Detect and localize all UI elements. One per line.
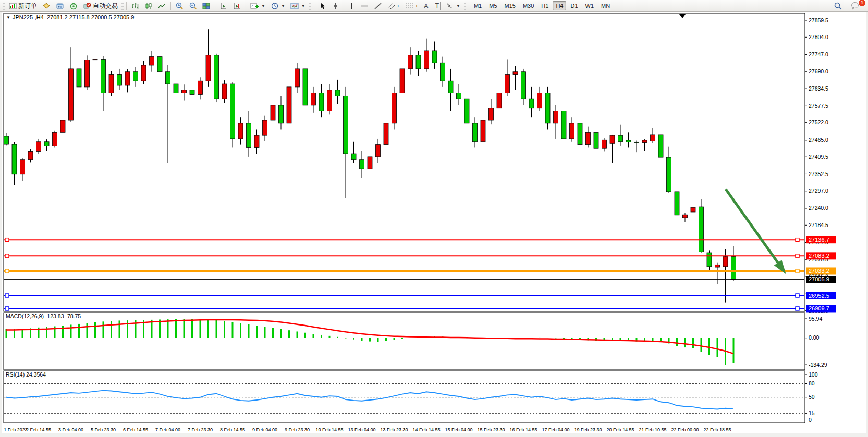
main-price-pane[interactable] (4, 13, 805, 311)
candle-body (174, 84, 178, 93)
data-window-button[interactable] (53, 1, 67, 11)
toolbar-grip[interactable] (121, 2, 124, 10)
toolbar-grip[interactable] (309, 2, 311, 10)
notifications-button[interactable]: 1 (848, 1, 863, 11)
toolbar-grip[interactable] (464, 2, 466, 10)
candle-body (327, 90, 332, 111)
chart-end-icon (233, 2, 241, 10)
candle-body (376, 145, 381, 157)
candle-body (238, 123, 243, 139)
candle-body (4, 136, 9, 144)
price-line-tag-label: 27136.7 (809, 236, 829, 243)
zoom-out-button[interactable] (186, 1, 200, 11)
time-axis-label: 3 Feb 04:00 (58, 427, 83, 432)
candle-body (28, 151, 33, 159)
tab-timeframe-M1[interactable]: M1 (471, 1, 485, 10)
candle-body (432, 51, 437, 63)
chart-canvas[interactable]: 27859.527804.027747.027690.027634.527577… (0, 0, 868, 437)
zoom-in-button[interactable] (173, 1, 186, 11)
clock-icon (271, 2, 279, 10)
market-watch-icon (42, 2, 51, 10)
rsi-axis-tick-label: 50 (809, 394, 815, 400)
signal-icon (69, 2, 78, 10)
market-watch-button[interactable] (40, 1, 53, 11)
candle-body (505, 75, 510, 93)
channel-tool-button[interactable]: E (385, 1, 403, 11)
line-anchor-handle[interactable] (796, 254, 799, 258)
price-line-tag-label: 27005.9 (809, 276, 829, 282)
candle-body (93, 59, 97, 60)
new-chart-button[interactable]: ▼ (248, 1, 268, 11)
candle-body (263, 120, 267, 135)
line-anchor-handle[interactable] (5, 294, 9, 297)
line-anchor-handle[interactable] (5, 238, 9, 242)
arrow-shapes-icon (446, 2, 454, 10)
line-anchor-handle[interactable] (5, 254, 9, 258)
fibonacci-tool-button[interactable]: F (403, 1, 421, 11)
search-button[interactable] (831, 1, 845, 11)
time-axis-label: 8 Feb 14:55 (220, 427, 245, 432)
bar-chart-mode-button[interactable] (128, 1, 142, 11)
tile-windows-button[interactable] (200, 1, 213, 11)
line-chart-icon (158, 2, 166, 10)
line-chart-mode-button[interactable] (155, 1, 169, 11)
chart-forward-icon (219, 2, 228, 10)
auto-trading-label: 自动交易 (93, 2, 118, 10)
price-axis-tick-label: 27804.0 (809, 34, 828, 40)
tab-timeframe-M5[interactable]: M5 (486, 1, 500, 10)
crosshair-tool-button[interactable] (329, 1, 342, 11)
candle-body (12, 144, 17, 174)
time-axis-label: 13 Feb 04:00 (348, 427, 375, 432)
candle-body (77, 69, 81, 87)
chart-title: ▼JPN225-,H4 27081.2 27115.8 27000.5 2700… (6, 14, 134, 20)
rsi-pane[interactable] (4, 371, 805, 423)
line-anchor-handle[interactable] (796, 294, 799, 297)
candle-body (222, 84, 227, 99)
signal-button[interactable] (67, 1, 80, 11)
tab-timeframe-W1[interactable]: W1 (582, 1, 597, 10)
candlestick-mode-button[interactable] (142, 1, 155, 11)
chart-end-button[interactable] (230, 1, 244, 11)
hline-tool-button[interactable] (358, 1, 371, 11)
candle-body (473, 123, 478, 142)
line-anchor-handle[interactable] (5, 307, 9, 310)
price-axis-tick-label: 27634.5 (809, 85, 828, 92)
tab-timeframe-M15[interactable]: M15 (502, 1, 519, 10)
trendline-icon (374, 2, 382, 10)
line-anchor-handle[interactable] (5, 269, 9, 273)
tab-timeframe-H4[interactable]: H4 (553, 1, 566, 10)
chart-forward-button[interactable] (217, 1, 230, 11)
candle-body (101, 59, 106, 93)
price-axis-tick-label: 27409.5 (809, 154, 828, 160)
templates-button[interactable]: ▼ (288, 1, 308, 11)
line-anchor-handle[interactable] (796, 238, 799, 242)
vline-tool-button[interactable] (346, 1, 358, 11)
auto-trading-button[interactable]: 自动交易 (80, 1, 120, 11)
symbol-period-label: JPN225-,H4 (13, 14, 44, 20)
symbol-dropdown-icon[interactable]: ▼ (6, 15, 10, 20)
candle-body (109, 75, 114, 93)
periods-button[interactable]: ▼ (268, 1, 288, 11)
cursor-tool-button[interactable] (316, 1, 329, 11)
text-tool-button[interactable]: A (421, 1, 431, 11)
tab-timeframe-MN[interactable]: MN (598, 1, 613, 10)
tab-timeframe-D1[interactable]: D1 (567, 1, 581, 10)
price-axis-tick-label: 27352.5 (809, 171, 828, 177)
new-order-button[interactable]: 新订单 (6, 1, 40, 11)
candle-body (157, 57, 162, 72)
candle-body (731, 257, 736, 280)
tab-timeframe-M30[interactable]: M30 (520, 1, 537, 10)
line-anchor-handle[interactable] (796, 269, 799, 273)
fibonacci-icon (406, 2, 414, 10)
label-tool-button[interactable]: T (431, 1, 443, 11)
tab-timeframe-H1[interactable]: H1 (538, 1, 552, 10)
line-anchor-handle[interactable] (796, 307, 799, 310)
trendline-tool-button[interactable] (371, 1, 385, 11)
macd-axis-tick-label: 0.00 (809, 334, 820, 341)
time-axis-label: 22 Feb 18:55 (703, 427, 731, 432)
toolbar-grip[interactable] (3, 2, 5, 10)
arrows-tool-button[interactable]: ▼ (443, 1, 463, 11)
candle-body (521, 72, 526, 99)
candle-body (392, 93, 397, 123)
time-axis-label: 6 Feb 14:55 (123, 427, 148, 432)
